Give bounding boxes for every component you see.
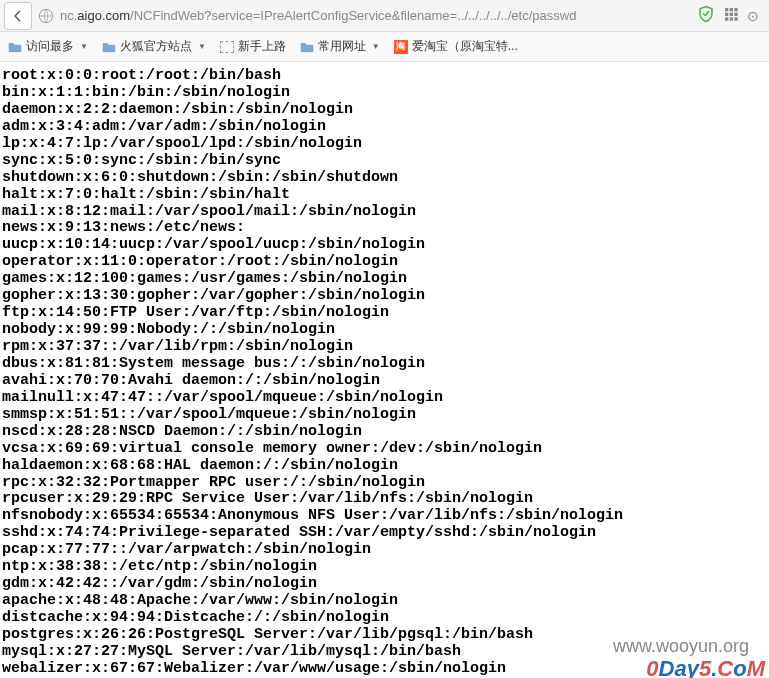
folder-icon bbox=[300, 41, 314, 53]
svg-rect-7 bbox=[725, 17, 728, 20]
svg-rect-5 bbox=[730, 12, 733, 15]
dropdown-arrow-icon: ▼ bbox=[372, 42, 380, 51]
profile-icon[interactable]: ⊙ bbox=[747, 8, 759, 24]
back-arrow-icon bbox=[11, 9, 25, 23]
nav-right-icons: ⊙ bbox=[691, 5, 765, 27]
bookmark-newbie[interactable]: 新手上路 bbox=[220, 38, 286, 55]
back-button[interactable] bbox=[4, 2, 32, 30]
bookmark-label: 新手上路 bbox=[238, 38, 286, 55]
svg-rect-8 bbox=[730, 17, 733, 20]
globe-icon bbox=[38, 8, 54, 24]
bookmark-label: 访问最多 bbox=[26, 38, 74, 55]
bookmarks-bar: 访问最多 ▼ 火狐官方站点 ▼ 新手上路 常用网址 ▼ 淘 爱淘宝（原淘宝特..… bbox=[0, 32, 769, 62]
bookmark-firefox-sites[interactable]: 火狐官方站点 ▼ bbox=[102, 38, 206, 55]
svg-rect-4 bbox=[725, 12, 728, 15]
svg-rect-1 bbox=[725, 8, 728, 11]
folder-icon bbox=[8, 41, 22, 53]
passwd-content: root:x:0:0:root:/root:/bin/bash bin:x:1:… bbox=[0, 62, 769, 678]
svg-rect-3 bbox=[734, 8, 737, 11]
bookmark-aitaobao[interactable]: 淘 爱淘宝（原淘宝特... bbox=[394, 38, 518, 55]
folder-icon bbox=[102, 41, 116, 53]
shield-icon[interactable] bbox=[697, 5, 715, 27]
watermark-wooyun: www.wooyun.org bbox=[613, 636, 749, 657]
dropdown-arrow-icon: ▼ bbox=[198, 42, 206, 51]
browser-nav-bar: nc.aigo.com/NCFindWeb?service=IPreAlertC… bbox=[0, 0, 769, 32]
bookmark-label: 常用网址 bbox=[318, 38, 366, 55]
bookmark-common-urls[interactable]: 常用网址 ▼ bbox=[300, 38, 380, 55]
bookmark-label: 爱淘宝（原淘宝特... bbox=[412, 38, 518, 55]
url-bar[interactable]: nc.aigo.com/NCFindWeb?service=IPreAlertC… bbox=[60, 8, 691, 23]
url-domain-prefix: nc. bbox=[60, 8, 77, 23]
bookmark-most-visited[interactable]: 访问最多 ▼ bbox=[8, 38, 88, 55]
dropdown-arrow-icon: ▼ bbox=[80, 42, 88, 51]
page-icon bbox=[220, 41, 234, 53]
taobao-icon: 淘 bbox=[394, 40, 408, 54]
svg-rect-2 bbox=[730, 8, 733, 11]
bookmark-label: 火狐官方站点 bbox=[120, 38, 192, 55]
svg-rect-6 bbox=[734, 12, 737, 15]
url-path: /NCFindWeb?service=IPreAlertConfigServic… bbox=[130, 8, 576, 23]
url-domain: aigo.com bbox=[77, 8, 130, 23]
svg-rect-9 bbox=[734, 17, 737, 20]
watermark-0day5: 0Day5.CoM bbox=[646, 656, 765, 678]
apps-grid-icon[interactable] bbox=[723, 6, 739, 26]
